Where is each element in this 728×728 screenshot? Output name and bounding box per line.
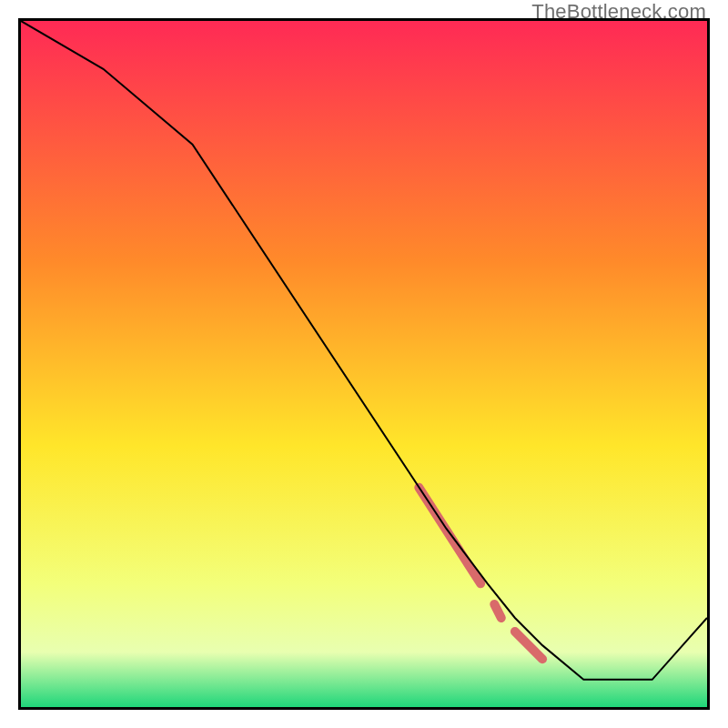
- chart-container: TheBottleneck.com: [0, 0, 728, 728]
- curve-layer: [21, 21, 707, 707]
- highlight-segment: [515, 632, 542, 659]
- bottleneck-curve: [21, 21, 707, 680]
- highlight-segment: [494, 604, 501, 618]
- plot-area: [18, 18, 710, 710]
